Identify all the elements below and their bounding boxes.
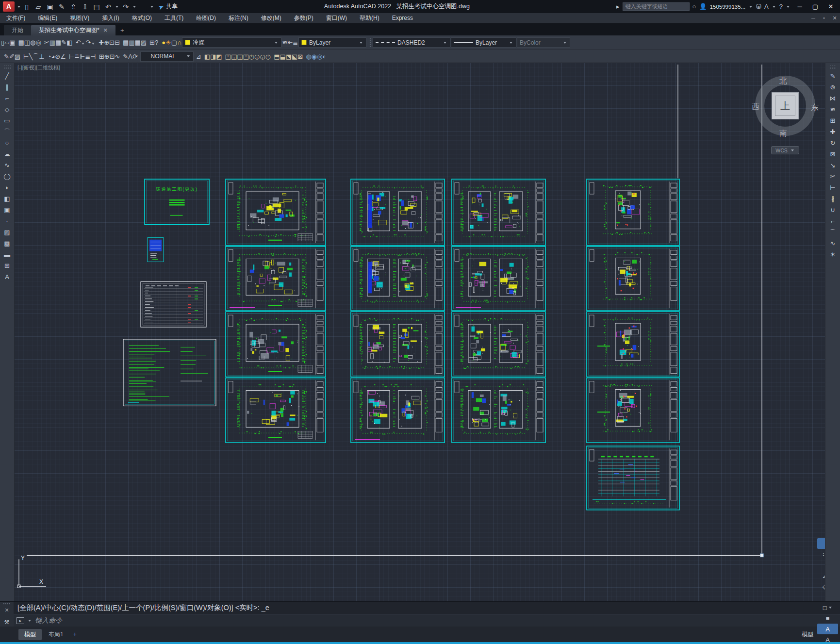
imprint-icon[interactable]: ⬒ <box>274 53 280 60</box>
annotation-autoscale-toggle[interactable]: A <box>817 634 838 644</box>
rotate-faces-icon[interactable]: ◴ <box>249 53 254 60</box>
multiline-text-icon[interactable]: A <box>1 272 13 282</box>
command-icon[interactable]: ▸ <box>16 617 24 624</box>
menu-帮助H[interactable]: 帮助(H) <box>353 13 386 23</box>
tab-start[interactable]: 开始 <box>4 25 31 35</box>
dim-edit-icon[interactable]: ✎ <box>123 53 128 60</box>
construction-line-icon[interactable]: ∥ <box>1 82 13 93</box>
account-name[interactable]: 1505999135... <box>710 4 746 10</box>
dim-continue-icon[interactable]: ⊩ <box>80 53 85 60</box>
doc-minimize-button[interactable]: ─ <box>808 15 819 21</box>
color-combo[interactable]: ByLayer <box>298 37 366 48</box>
region-icon[interactable]: ▬ <box>1 249 13 260</box>
cut-clip-icon[interactable]: ✂ <box>44 39 49 46</box>
more-tools-icon[interactable] <box>138 1 148 12</box>
open-from-web-icon[interactable]: ⇩ <box>80 1 90 12</box>
plot-icon[interactable]: ▤ <box>91 1 102 12</box>
layer-previous-icon[interactable]: ⇤ <box>287 39 293 46</box>
compass-west[interactable]: 西 <box>752 102 759 112</box>
menu-窗口W[interactable]: 窗口(W) <box>320 13 353 23</box>
dim-quick-icon[interactable]: ⊨ <box>69 53 74 60</box>
mirror-icon[interactable]: ⋈ <box>827 93 839 104</box>
autodesk-a-icon[interactable]: A <box>764 3 769 10</box>
dim-arc-length-icon[interactable]: ⌒ <box>33 53 39 60</box>
compass-south[interactable]: 南 <box>779 129 787 139</box>
gradient-icon[interactable]: ▩ <box>1 238 13 249</box>
compass-top-face[interactable]: 上 <box>772 92 799 119</box>
tolerance-icon[interactable]: ⊞ <box>99 53 104 60</box>
taper-faces-icon[interactable]: ◵ <box>254 53 260 60</box>
tab-model[interactable]: 模型 <box>18 629 42 640</box>
dim-space-icon[interactable]: ≣ <box>85 53 90 60</box>
menu-插入I[interactable]: 插入(I) <box>96 13 125 23</box>
offset-faces-icon[interactable]: ◲ <box>237 53 243 60</box>
dim-break-icon[interactable]: ⊣ <box>90 53 96 60</box>
polyline-icon[interactable]: ⌐ <box>1 93 13 104</box>
redo-caret-icon[interactable] <box>92 43 95 45</box>
edit-hatch-icon[interactable]: ▨ <box>15 53 20 60</box>
tab-close-icon[interactable]: ✕ <box>103 27 108 33</box>
compass-east[interactable]: 东 <box>811 103 819 113</box>
command-input[interactable]: 键入命令 <box>35 616 62 625</box>
extend-icon[interactable]: ⊢ <box>827 182 839 193</box>
layer-match-icon[interactable]: ≋ <box>282 39 287 46</box>
delete-faces-icon[interactable]: ◳ <box>243 53 248 60</box>
color-faces-icon[interactable]: ◷ <box>265 53 271 60</box>
open-file-icon[interactable]: ▱ <box>4 39 9 46</box>
center-mark-icon[interactable]: ⊕ <box>104 53 110 60</box>
plot-preview-icon[interactable]: ◫ <box>24 39 30 46</box>
search-expand-icon[interactable]: ▸ <box>616 3 620 10</box>
menu-文件F[interactable]: 文件(F) <box>0 13 32 23</box>
model-space[interactable]: 暖通施工图(更改)YX <box>15 63 825 601</box>
layer-on-icon[interactable]: ● <box>162 39 165 46</box>
edit-polyline-icon[interactable]: ✎ <box>4 53 9 60</box>
extrude-faces-icon[interactable]: ◰ <box>225 53 231 60</box>
3d-dwf-icon[interactable]: ◎ <box>35 39 41 46</box>
polygon-icon[interactable]: ◇ <box>1 104 13 115</box>
chamfer-icon[interactable]: ⌐ <box>827 216 839 227</box>
union-icon[interactable]: ◧ <box>204 53 210 60</box>
layer-states-icon[interactable]: ▥ <box>129 39 134 46</box>
command-caret-icon[interactable] <box>28 620 31 622</box>
circle-icon[interactable]: ○ <box>1 138 13 149</box>
close-button[interactable]: ✕ <box>824 3 837 10</box>
search-icon[interactable]: ○ <box>692 3 696 10</box>
render-icon[interactable]: ◍ <box>306 53 311 60</box>
ellipse-arc-icon[interactable]: ◗ <box>1 182 13 193</box>
command-customize-wrench-icon[interactable]: ⚒ <box>4 619 10 626</box>
app-menu-caret-icon[interactable] <box>17 6 20 8</box>
zoom-realtime-icon[interactable]: ⊕ <box>104 39 109 46</box>
fillet-icon[interactable]: ⌒ <box>827 227 839 238</box>
trim-icon[interactable]: ✂ <box>827 171 839 182</box>
scale-icon[interactable]: ⊠ <box>827 149 839 160</box>
wcs-button[interactable]: WCS <box>771 146 799 154</box>
open-file-icon[interactable]: ▱ <box>33 1 44 12</box>
copy-icon[interactable]: ⊚ <box>827 82 839 93</box>
shell-icon[interactable]: ⬕ <box>292 53 297 60</box>
move-faces-icon[interactable]: ◱ <box>231 53 237 60</box>
object-snap-toggle[interactable]: □ <box>817 602 838 613</box>
lights-icon[interactable]: ◉ <box>312 53 317 60</box>
blend-icon[interactable]: ∿ <box>827 238 839 249</box>
visual-styles-icon[interactable]: ◐ <box>322 53 326 60</box>
menu-工具T[interactable]: 工具(T) <box>158 13 190 23</box>
spline-icon[interactable]: ∿ <box>1 160 13 171</box>
dim-angular-icon[interactable]: ∠ <box>60 53 66 60</box>
help-icon[interactable]: ? <box>155 39 158 46</box>
command-drag-grip[interactable] <box>3 603 11 606</box>
command-input-row[interactable]: ▸ 键入命令 <box>14 614 840 627</box>
break-icon[interactable]: ∦ <box>827 194 839 204</box>
publish-icon[interactable]: ◍ <box>30 39 35 46</box>
dim-inspect-icon[interactable]: ⊡ <box>109 53 115 60</box>
table-icon[interactable]: ⊞ <box>1 261 13 271</box>
more-tools-caret-icon[interactable] <box>150 6 153 8</box>
dim-linear-icon[interactable]: ⊢ <box>23 53 29 60</box>
new-tab-button[interactable]: + <box>120 27 124 35</box>
match-properties-icon[interactable]: ✎ <box>61 39 66 46</box>
command-history-line[interactable]: [全部(A)/中心(C)/动态(D)/范围(E)/上一个(P)/比例(S)/窗口… <box>14 602 840 614</box>
zoom-window-icon[interactable]: ⊡ <box>109 39 115 46</box>
dim-ordinate-icon[interactable]: ⊥ <box>39 53 44 60</box>
save-icon[interactable]: ▣ <box>9 39 15 46</box>
menu-绘图D[interactable]: 绘图(D) <box>190 13 222 23</box>
help-icon[interactable]: ? <box>779 3 783 10</box>
